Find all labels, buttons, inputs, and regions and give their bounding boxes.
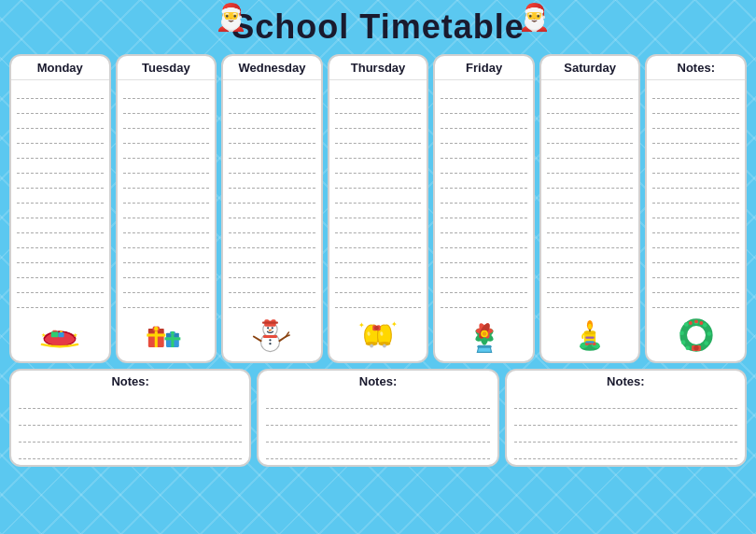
line	[229, 189, 315, 204]
svg-point-72	[703, 323, 707, 328]
line	[229, 233, 315, 248]
line	[123, 129, 210, 144]
line	[441, 218, 527, 233]
svg-rect-29	[263, 335, 277, 338]
line	[335, 144, 422, 159]
line	[229, 144, 315, 159]
svg-point-13	[154, 327, 159, 331]
line	[123, 99, 210, 114]
day-header-friday: Friday	[435, 56, 533, 80]
line	[547, 204, 634, 218]
svg-rect-68	[586, 337, 595, 339]
line	[335, 278, 422, 293]
line	[547, 114, 634, 129]
svg-line-33	[280, 337, 287, 342]
day-lines-notes	[647, 80, 745, 310]
line	[547, 84, 634, 99]
line	[441, 144, 527, 159]
line	[547, 189, 634, 204]
line	[17, 159, 104, 174]
line	[441, 174, 527, 189]
line	[123, 204, 210, 218]
svg-point-74	[704, 341, 708, 345]
line	[229, 204, 315, 218]
day-col-tuesday: Tuesday	[116, 54, 217, 363]
line	[123, 233, 210, 248]
line	[335, 263, 422, 278]
svg-point-80	[689, 321, 693, 325]
line	[335, 114, 422, 129]
sleigh-svg: ★ ★	[38, 314, 81, 357]
day-header-thursday: Thursday	[329, 56, 427, 80]
main-content: Monday	[0, 50, 756, 472]
svg-point-85	[693, 345, 698, 350]
notes-line	[514, 392, 737, 409]
thursday-icon: ✦ ✦	[329, 310, 427, 361]
line	[229, 218, 315, 233]
day-header-notes: Notes:	[647, 56, 745, 80]
gifts-svg	[145, 314, 188, 357]
line	[652, 293, 739, 308]
line	[17, 293, 104, 308]
line	[335, 189, 422, 204]
notes-header-2: Notes:	[266, 374, 489, 388]
line	[335, 84, 422, 99]
day-col-wednesday: Wednesday	[221, 54, 323, 363]
line	[17, 218, 104, 233]
notes-line	[19, 409, 242, 426]
line	[652, 248, 739, 263]
line	[441, 204, 527, 218]
santa-hat-left-icon: 🎅	[215, 2, 247, 33]
line	[229, 84, 315, 99]
line	[441, 278, 527, 293]
svg-point-23	[267, 327, 269, 329]
line	[547, 144, 634, 159]
line	[123, 144, 210, 159]
notes-line	[266, 426, 489, 443]
line	[229, 278, 315, 293]
wreath-svg	[675, 314, 718, 357]
svg-point-82	[699, 321, 703, 325]
day-lines-wednesday	[223, 80, 321, 310]
line	[652, 129, 739, 144]
line	[123, 159, 210, 174]
line	[335, 293, 422, 308]
notes-lines-1	[19, 392, 242, 459]
wednesday-icon	[223, 310, 321, 361]
line	[441, 159, 527, 174]
day-col-friday: Friday	[433, 54, 535, 363]
notes-header-1: Notes:	[19, 374, 242, 388]
days-row: Monday	[9, 54, 747, 363]
line	[17, 84, 104, 99]
notes-line	[514, 443, 737, 459]
svg-point-42	[374, 326, 379, 330]
line	[652, 99, 739, 114]
day-lines-tuesday	[118, 80, 216, 310]
svg-point-81	[694, 320, 698, 324]
notes-line	[266, 443, 489, 459]
day-col-monday: Monday	[9, 54, 111, 363]
line	[652, 114, 739, 129]
line	[17, 114, 104, 129]
day-col-saturday: Saturday	[539, 54, 641, 363]
day-header-tuesday: Tuesday	[118, 56, 216, 80]
line	[17, 204, 104, 218]
line	[652, 278, 739, 293]
svg-rect-1	[51, 331, 59, 337]
svg-point-77	[681, 340, 686, 344]
line	[123, 263, 210, 278]
day-lines-monday	[11, 80, 109, 310]
svg-point-24	[272, 327, 273, 329]
line	[441, 248, 527, 263]
line	[652, 189, 739, 204]
line	[441, 293, 527, 308]
line	[547, 99, 634, 114]
line	[17, 278, 104, 293]
line	[547, 293, 634, 308]
line	[17, 233, 104, 248]
notes-header-3: Notes:	[514, 374, 737, 388]
svg-text:✦: ✦	[391, 320, 398, 329]
svg-point-58	[588, 324, 592, 330]
notes-box-3: Notes:	[505, 369, 747, 467]
line	[652, 174, 739, 189]
